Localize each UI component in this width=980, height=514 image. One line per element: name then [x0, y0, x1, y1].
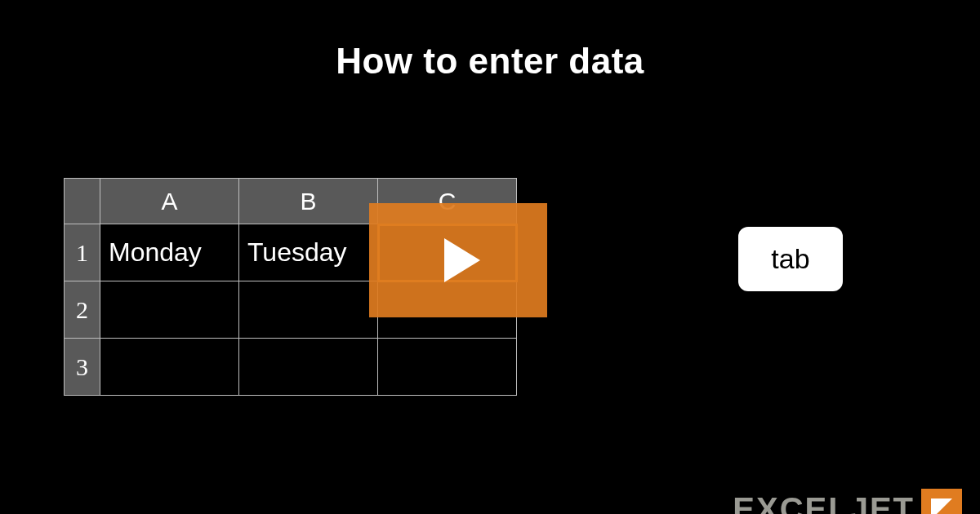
cell-a3[interactable] [100, 339, 239, 396]
grid-corner [65, 179, 100, 224]
keycap-tab: tab [738, 227, 843, 291]
cell-a1[interactable]: Monday [100, 224, 239, 281]
play-button[interactable] [369, 203, 547, 317]
cell-a2[interactable] [100, 281, 239, 339]
cell-b1[interactable]: Tuesday [239, 224, 378, 281]
svg-marker-1 [931, 498, 952, 514]
row-header-3[interactable]: 3 [65, 339, 100, 396]
svg-marker-0 [444, 238, 480, 282]
brand-text: EXCELJET [733, 491, 915, 515]
col-header-a[interactable]: A [100, 179, 239, 224]
row-header-2[interactable]: 2 [65, 281, 100, 339]
brand-badge-icon [921, 489, 962, 514]
row-header-1[interactable]: 1 [65, 224, 100, 281]
col-header-b[interactable]: B [239, 179, 378, 224]
cell-b2[interactable] [239, 281, 378, 339]
play-icon [430, 232, 487, 289]
cell-c3[interactable] [378, 339, 517, 396]
brand-logo: EXCELJET [733, 489, 962, 514]
page-title: How to enter data [0, 41, 980, 82]
cell-b3[interactable] [239, 339, 378, 396]
